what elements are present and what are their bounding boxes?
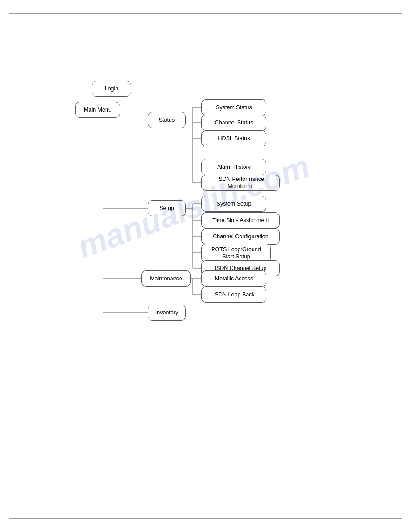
inventory-node: Inventory <box>148 305 186 321</box>
alarm-history-node: Alarm History <box>201 159 266 175</box>
system-status-node: System Status <box>201 99 266 116</box>
channel-status-node: Channel Status <box>201 115 266 131</box>
time-slots-assignment-node: Time Slots Assignment <box>201 212 280 228</box>
status-node: Status <box>148 112 186 128</box>
page-border-bottom <box>9 518 402 519</box>
page-border-top <box>9 13 402 14</box>
login-node: Login <box>92 81 131 97</box>
isdn-loop-back-node: ISDN Loop Back <box>201 287 266 303</box>
hdsl-status-node: HDSL Status <box>201 130 266 146</box>
pots-loop-ground-node: POTS Loop/Ground Start Setup <box>201 244 271 262</box>
channel-configuration-node: Channel Configuration <box>201 228 280 245</box>
metallic-access-node: Metallic Access <box>201 270 266 287</box>
maintenance-node: Maintenance <box>141 270 191 287</box>
system-setup-node: System Setup <box>201 196 266 212</box>
setup-node: Setup <box>148 200 186 216</box>
diagram-container: Login Main Menu Status Setup Maintenance… <box>0 22 411 510</box>
isdn-performance-node: ISDN Performance Monitoring <box>201 175 280 191</box>
main-menu-node: Main Menu <box>75 102 120 118</box>
